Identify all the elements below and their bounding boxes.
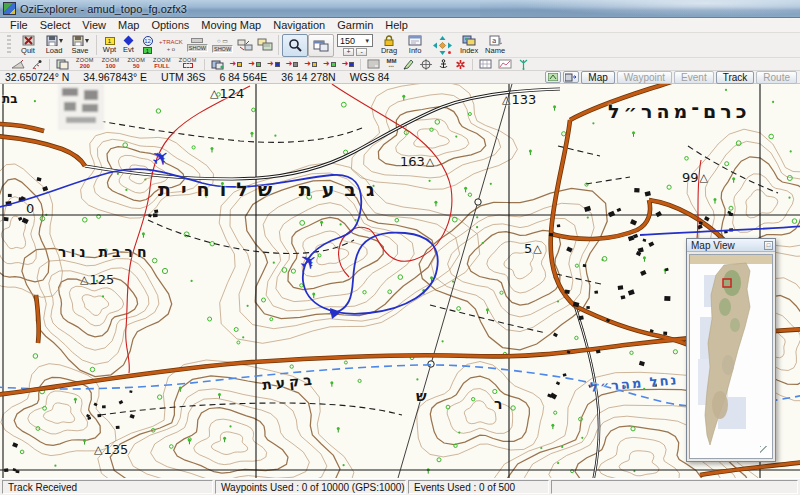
map-view-close-button[interactable]: □ <box>764 241 773 250</box>
spot-height-0: 0 <box>26 201 34 216</box>
screen-capture-button[interactable] <box>208 58 227 70</box>
map-graphics <box>0 84 800 478</box>
zoom-100-button[interactable]: ZOOM100 <box>98 58 124 70</box>
gps-tracks-up-button[interactable]: ➜ <box>245 58 264 70</box>
alarm-button[interactable] <box>452 58 469 70</box>
capture-icon <box>211 59 224 70</box>
route-mode-button: Route <box>756 71 797 84</box>
waypoint-number-icon: 12 <box>143 36 153 46</box>
zoom-200-button[interactable]: ZOOM200 <box>72 58 98 70</box>
menu-view[interactable]: View <box>76 18 112 33</box>
zoom-full-button[interactable]: ZOOMFULL <box>149 58 175 70</box>
easting-readout: 6 84 564E <box>219 71 267 83</box>
zoom-window-button[interactable]: ZOOM <box>175 58 201 70</box>
load-button[interactable]: Load <box>41 34 67 57</box>
moving-map-button[interactable]: MM ▪▪▪ <box>383 58 399 70</box>
chevron-down-icon: ▼ <box>364 38 370 44</box>
show-waypoints-button[interactable]: SHOW <box>185 34 210 57</box>
gps-waypoints-down-button[interactable]: ➜ <box>301 58 320 70</box>
menu-help[interactable]: Help <box>379 18 414 33</box>
menu-options[interactable]: Options <box>145 18 195 33</box>
red-arrow-icon: ➜ <box>248 60 255 68</box>
gps-routes-up-button[interactable]: ➜ <box>264 58 283 70</box>
zoom-out-button[interactable]: - <box>356 48 367 56</box>
pan-pad-control[interactable] <box>428 34 456 57</box>
gps-tracks-down-button[interactable]: ➜ <box>320 58 339 70</box>
menu-navigation[interactable]: Navigation <box>267 18 331 33</box>
track-draw-button[interactable] <box>399 58 417 70</box>
position-crosshair-button[interactable] <box>417 58 435 70</box>
stream-line <box>0 365 800 407</box>
anchor-button[interactable] <box>435 58 452 70</box>
map-view-window[interactable]: Map View □ <box>686 238 776 462</box>
quit-button[interactable]: Quit <box>15 34 41 57</box>
red-arrow-icon: ➜ <box>286 60 293 68</box>
zoom-in-button[interactable]: + <box>343 48 354 56</box>
red-arrow-icon: ➜ <box>342 60 349 68</box>
magnify-button[interactable] <box>282 34 308 57</box>
quit-icon <box>22 35 35 46</box>
menu-select[interactable]: Select <box>34 18 77 33</box>
index-map-icon <box>462 35 476 46</box>
track-point-icons: + o <box>167 46 176 52</box>
zoom-level-control: 150 ▼ + - <box>337 34 373 56</box>
lock-icon <box>383 35 395 46</box>
map-view-content[interactable] <box>689 254 773 459</box>
number-badges-button[interactable]: 12 1 <box>138 34 157 57</box>
profile-chart-icon <box>498 59 512 69</box>
track-dots-icon: ○ ▭ <box>217 38 228 44</box>
gps-antenna-button[interactable] <box>515 58 532 70</box>
event-mode-button: Event <box>674 71 714 84</box>
red-arrow-icon: ➜ <box>304 60 311 68</box>
topo-map-canvas[interactable]: גבעת שלוחיתכרם־מהר״לחרבת נורבקעתשרנחל מה… <box>0 84 800 478</box>
event-number-icon: 1 <box>143 47 152 54</box>
blank-map-button[interactable] <box>53 58 72 70</box>
map-windows-button[interactable] <box>255 34 275 57</box>
resize-grip[interactable] <box>760 446 772 458</box>
map-grid-setup-button[interactable] <box>476 58 495 70</box>
track-control-button[interactable] <box>28 58 46 70</box>
name-search-button[interactable]: a Name <box>482 34 508 57</box>
gps-waypoints-up-button[interactable]: ➜ <box>227 58 246 70</box>
menu-file[interactable]: File <box>4 18 34 33</box>
menu-moving-map[interactable]: Moving Map <box>195 18 267 33</box>
track-mode-button[interactable]: Track <box>716 71 755 84</box>
main-toolbar: Quit Load Save 1 Wpt Evt 12 1 +TRACK + o <box>0 33 800 58</box>
title-bar[interactable]: OziExplorer - amud_topo_fg.ozfx3 <box>0 0 800 18</box>
place-label-0: גבעת שלוחית <box>158 178 384 200</box>
disk-arrow-icon <box>565 73 577 82</box>
gps-routes-down-button[interactable]: ➜ <box>339 58 358 70</box>
datum-readout: WGS 84 <box>350 71 390 83</box>
route-tools-button[interactable] <box>235 34 255 57</box>
waypoint-mode-button: Waypoint <box>617 71 672 84</box>
save-button[interactable]: Save <box>67 34 93 57</box>
show-tracks-button[interactable]: ○ ▭ SHOW <box>210 34 235 57</box>
info-button[interactable]: Info <box>402 34 428 57</box>
red-arrow-icon: ➜ <box>230 60 237 68</box>
waypoint-create-button[interactable]: 1 Wpt <box>100 34 119 57</box>
secondary-toolbar: ZOOM200ZOOM100ZOOM50ZOOMFULLZOOM ➜➜➜➜➜➜➜… <box>0 58 800 71</box>
event-create-button[interactable]: Evt <box>119 34 138 57</box>
map-image-button[interactable] <box>545 71 561 83</box>
map-view-titlebar[interactable]: Map View □ <box>687 239 775 252</box>
menu-garmin[interactable]: Garmin <box>331 18 379 33</box>
index-button[interactable]: Index <box>456 34 482 57</box>
save-position-button[interactable] <box>563 71 579 83</box>
map-window-button[interactable] <box>308 34 334 57</box>
map-sheet-icon <box>56 59 69 70</box>
coordinate-bar: 32.650724° N 34.967843° E UTM 36S 6 84 5… <box>0 71 800 84</box>
red-asterisk-icon <box>455 59 466 70</box>
spot-height-135: △135 <box>94 442 128 457</box>
nmea-simulate-button[interactable] <box>364 58 383 70</box>
menu-map[interactable]: Map <box>112 18 145 33</box>
zoom-level-combo[interactable]: 150 ▼ <box>337 34 373 47</box>
map-mode-button[interactable]: Map <box>581 71 614 84</box>
toolbar-grip <box>7 35 11 55</box>
elevation-profile-button[interactable] <box>495 58 515 70</box>
gps-all-up-button[interactable]: ➜ <box>283 58 302 70</box>
drag-lock-button[interactable]: Drag <box>376 34 402 57</box>
zoom-50-button[interactable]: ZOOM50 <box>123 58 149 70</box>
zoom-preset-group: ZOOM200ZOOM100ZOOM50ZOOMFULLZOOM <box>72 58 201 70</box>
add-track-button[interactable]: +TRACK + o <box>157 34 185 57</box>
measure-distance-button[interactable] <box>8 58 28 70</box>
